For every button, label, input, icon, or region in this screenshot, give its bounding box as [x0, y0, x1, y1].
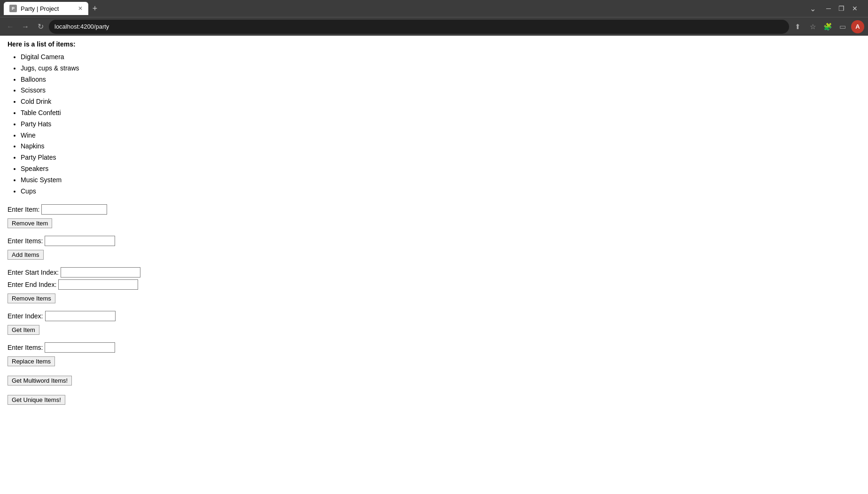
- back-button[interactable]: ←: [4, 20, 17, 33]
- tab-close-button[interactable]: ✕: [78, 5, 83, 12]
- add-items-label: Enter Items:: [8, 237, 43, 245]
- profile-button[interactable]: A: [851, 20, 864, 33]
- reload-button[interactable]: ↻: [34, 20, 47, 33]
- list-item: Jugs, cups & straws: [21, 63, 860, 74]
- start-index-label: Enter Start Index:: [8, 269, 59, 276]
- list-item: Speakers: [21, 163, 860, 175]
- get-unique-section: Get Unique Items!: [8, 393, 860, 405]
- list-item: Table Confetti: [21, 108, 860, 119]
- remove-item-section: Enter Item: Remove Item: [8, 204, 860, 228]
- list-item: Wine: [21, 130, 860, 141]
- new-tab-button[interactable]: +: [88, 2, 101, 15]
- remove-item-button[interactable]: Remove Item: [8, 218, 52, 228]
- list-item: Balloons: [21, 74, 860, 85]
- replace-items-button[interactable]: Replace Items: [8, 356, 55, 366]
- minimize-button[interactable]: ─: [823, 5, 834, 12]
- add-items-row: Enter Items:: [8, 236, 860, 246]
- start-index-input[interactable]: [61, 267, 140, 278]
- share-icon[interactable]: ⬆: [791, 20, 804, 33]
- list-item: Party Plates: [21, 152, 860, 163]
- remove-items-section: Enter Start Index: Enter End Index: Remo…: [8, 267, 860, 303]
- remove-item-label: Enter Item:: [8, 206, 39, 213]
- replace-items-label: Enter Items:: [8, 344, 43, 351]
- list-item: Napkins: [21, 141, 860, 152]
- add-items-section: Enter Items: Add Items: [8, 236, 860, 260]
- get-item-section: Enter Index: Get Item: [8, 311, 860, 335]
- get-item-input[interactable]: [45, 311, 116, 321]
- list-item: Cups: [21, 186, 860, 197]
- bookmark-icon[interactable]: ☆: [806, 20, 819, 33]
- page-content: Here is a list of items: Digital CameraJ…: [0, 36, 868, 417]
- get-multiword-button[interactable]: Get Multiword Items!: [8, 376, 72, 386]
- page-heading: Here is a list of items:: [8, 40, 860, 48]
- end-index-row: Enter End Index:: [8, 279, 860, 290]
- remove-item-input[interactable]: [41, 204, 107, 215]
- active-tab[interactable]: P Party | Project ✕: [4, 2, 88, 15]
- list-item: Party Hats: [21, 119, 860, 130]
- replace-items-input[interactable]: [45, 342, 115, 353]
- tab-favicon: P: [9, 5, 17, 12]
- end-index-label: Enter End Index:: [8, 281, 56, 288]
- toolbar-actions: ⬆ ☆ 🧩 ▭ A: [791, 20, 864, 33]
- end-index-input[interactable]: [58, 279, 138, 290]
- get-item-button[interactable]: Get Item: [8, 325, 39, 335]
- list-item: Digital Camera: [21, 52, 860, 63]
- window-controls: ─ ❐ ✕: [820, 5, 864, 12]
- browser-chrome: P Party | Project ✕ + ⌄ ─ ❐ ✕ ← → ↻ loca…: [0, 0, 868, 36]
- tab-bar: P Party | Project ✕ + ⌄ ─ ❐ ✕: [0, 0, 868, 17]
- replace-items-section: Enter Items: Replace Items: [8, 342, 860, 366]
- remove-item-row: Enter Item:: [8, 204, 860, 215]
- list-item: Cold Drink: [21, 96, 860, 108]
- close-button[interactable]: ✕: [849, 5, 860, 12]
- list-item: Music System: [21, 175, 860, 186]
- list-item: Scissors: [21, 85, 860, 96]
- add-items-input[interactable]: [45, 236, 115, 246]
- restore-button[interactable]: ❐: [836, 5, 847, 12]
- get-multiword-section: Get Multiword Items!: [8, 374, 860, 386]
- get-item-row: Enter Index:: [8, 311, 860, 321]
- start-index-row: Enter Start Index:: [8, 267, 860, 278]
- remove-items-button[interactable]: Remove Items: [8, 293, 55, 303]
- replace-items-row: Enter Items:: [8, 342, 860, 353]
- extensions-icon[interactable]: 🧩: [821, 20, 834, 33]
- address-bar[interactable]: localhost:4200/party: [49, 20, 789, 34]
- sidebar-icon[interactable]: ▭: [836, 20, 849, 33]
- add-items-button[interactable]: Add Items: [8, 250, 44, 260]
- tab-title: Party | Project: [21, 5, 59, 12]
- get-unique-button[interactable]: Get Unique Items!: [8, 395, 65, 405]
- get-item-label: Enter Index:: [8, 312, 43, 320]
- tab-overflow-button[interactable]: ⌄: [806, 4, 820, 13]
- browser-toolbar: ← → ↻ localhost:4200/party ⬆ ☆ 🧩 ▭ A: [0, 17, 868, 36]
- forward-button[interactable]: →: [19, 20, 32, 33]
- items-list: Digital CameraJugs, cups & strawsBalloon…: [8, 52, 860, 197]
